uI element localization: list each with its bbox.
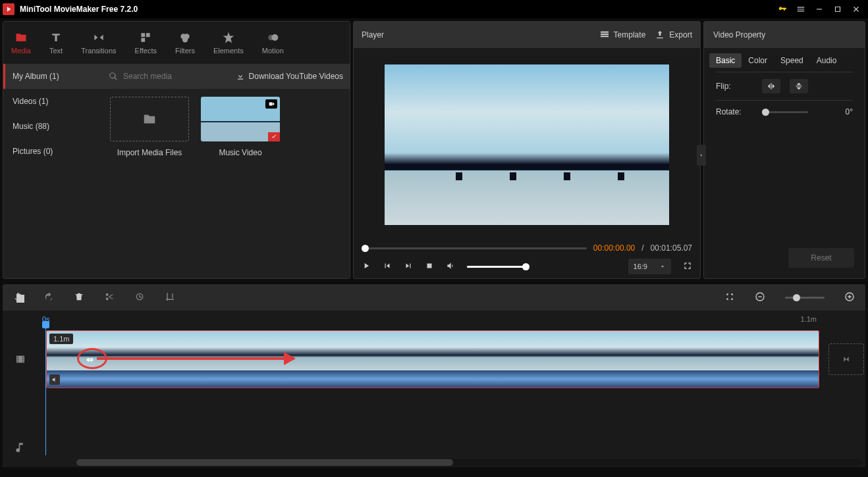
clip-thumbnail: [201, 97, 280, 141]
video-preview[interactable]: [354, 48, 700, 241]
time-current: 00:00:00.00: [593, 243, 635, 253]
sidebar-item-videos[interactable]: Videos (1): [3, 89, 102, 114]
timeline: 0s 1.1m 1.1m ⇔: [3, 311, 865, 467]
tab-motion[interactable]: Motion: [262, 31, 284, 55]
volume-slider[interactable]: [467, 266, 526, 268]
tab-elements[interactable]: Elements: [213, 31, 244, 55]
delete-button[interactable]: [74, 291, 84, 304]
video-track-icon[interactable]: [14, 330, 26, 388]
media-sidebar: My Album (1) Videos (1) Music (88) Pictu…: [3, 64, 102, 278]
rotate-label: Rotate:: [716, 107, 753, 116]
media-panel: Media Text Transitions Effects Filters E…: [3, 21, 350, 279]
video-badge-icon: [265, 99, 277, 109]
tab-media[interactable]: Media: [11, 31, 31, 55]
export-button[interactable]: Export: [655, 30, 692, 40]
zoom-out-button[interactable]: [755, 291, 765, 304]
time-total: 00:01:05.07: [651, 243, 692, 253]
timeline-clip[interactable]: 1.1m ⇔: [46, 330, 819, 388]
sidebar-item-music[interactable]: Music (88): [3, 114, 102, 139]
crop-button[interactable]: [165, 291, 175, 304]
redo-button[interactable]: [43, 291, 54, 304]
tab-filters[interactable]: Filters: [175, 31, 195, 55]
play-button[interactable]: [362, 261, 371, 272]
panel-collapse-handle[interactable]: [697, 145, 706, 166]
template-button[interactable]: Template: [599, 30, 646, 40]
flip-horizontal-button[interactable]: [762, 79, 780, 93]
zoom-in-button[interactable]: [844, 291, 855, 304]
tab-text[interactable]: Text: [49, 31, 63, 55]
resize-cursor-icon: ⇔: [86, 355, 92, 364]
download-youtube-link[interactable]: Download YouTube Videos: [236, 72, 343, 81]
prev-frame-button[interactable]: [383, 261, 392, 272]
player-label: Player: [362, 30, 590, 39]
clip-mute-icon[interactable]: [49, 374, 60, 385]
speed-button[interactable]: [134, 291, 145, 304]
rotate-slider[interactable]: [762, 111, 808, 113]
volume-icon[interactable]: [446, 261, 455, 272]
properties-title: Video Property: [704, 22, 865, 48]
zoom-slider[interactable]: [785, 297, 825, 299]
clip-duration-badge: 1.1m: [49, 334, 73, 344]
aspect-ratio-select[interactable]: 16:9: [628, 259, 671, 274]
media-clip-card[interactable]: Music Video: [201, 97, 280, 157]
ruler-end: 1.1m: [801, 315, 817, 323]
media-content: Download YouTube Videos Import Media Fil…: [102, 64, 350, 278]
svg-point-2: [182, 37, 188, 42]
prop-tab-basic[interactable]: Basic: [709, 53, 742, 68]
import-placeholder-icon: [110, 97, 189, 141]
player-panel: Player Template Export 00:00:00.00 / 00:…: [353, 21, 701, 279]
prop-tab-speed[interactable]: Speed: [780, 56, 803, 65]
add-track-button[interactable]: [14, 293, 26, 307]
import-media-card[interactable]: Import Media Files: [110, 97, 189, 157]
transition-drop-zone[interactable]: [828, 343, 864, 375]
prop-tab-color[interactable]: Color: [748, 56, 767, 65]
sidebar-item-pictures[interactable]: Pictures (0): [3, 139, 102, 164]
sidebar-item-myalbum[interactable]: My Album (1): [3, 64, 102, 89]
app-title: MiniTool MovieMaker Free 7.2.0: [20, 5, 773, 14]
close-icon[interactable]: [847, 0, 865, 18]
flip-label: Flip:: [716, 82, 753, 91]
stop-button[interactable]: [425, 261, 434, 272]
timeline-scrollbar[interactable]: [76, 459, 861, 466]
fullscreen-button[interactable]: [683, 261, 692, 272]
rotate-value: 0°: [846, 107, 853, 116]
search-icon: [109, 72, 118, 81]
tab-effects[interactable]: Effects: [135, 31, 157, 55]
tab-transitions[interactable]: Transitions: [81, 31, 116, 55]
timeline-toolbar: [3, 284, 865, 311]
maximize-icon[interactable]: [828, 0, 847, 18]
upgrade-key-icon[interactable]: [773, 0, 792, 18]
prop-tab-audio[interactable]: Audio: [817, 56, 837, 65]
audio-track-icon[interactable]: [14, 428, 26, 467]
search-input[interactable]: [123, 72, 231, 81]
timeline-ruler[interactable]: 0s 1.1m: [3, 311, 865, 330]
titlebar: MiniTool MovieMaker Free 7.2.0: [0, 0, 868, 18]
next-frame-button[interactable]: [404, 261, 413, 272]
added-check-icon: [268, 132, 280, 141]
clip-audio-waveform: [47, 370, 819, 388]
app-logo: [3, 3, 14, 15]
timeline-fit-icon[interactable]: [724, 291, 735, 304]
properties-panel: Video Property Basic Color Speed Audio F…: [703, 21, 865, 279]
playhead[interactable]: [45, 326, 46, 455]
reset-button[interactable]: Reset: [788, 248, 854, 268]
minimize-icon[interactable]: [810, 0, 828, 18]
split-button[interactable]: [104, 291, 115, 304]
menu-icon[interactable]: [792, 0, 810, 18]
flip-vertical-button[interactable]: [790, 79, 808, 93]
seek-slider[interactable]: [362, 247, 587, 249]
svg-point-4: [269, 35, 274, 40]
module-tabs: Media Text Transitions Effects Filters E…: [3, 22, 350, 64]
annotation-arrow: [97, 357, 294, 360]
